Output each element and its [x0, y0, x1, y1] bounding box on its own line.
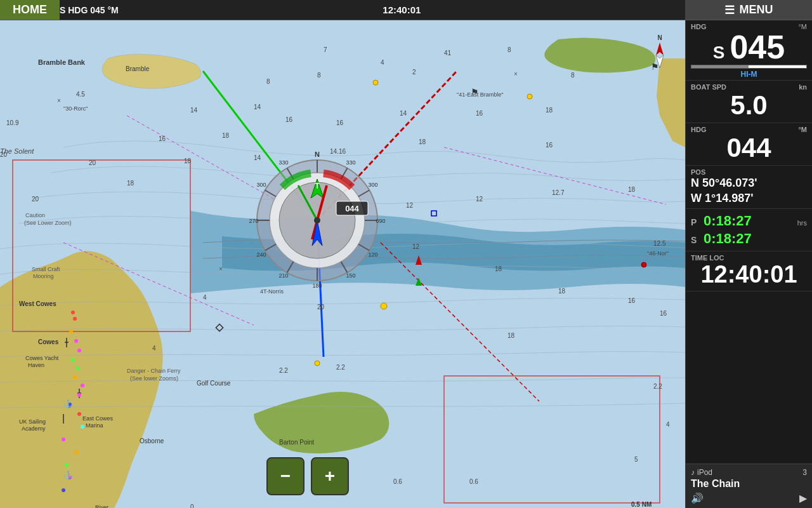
svg-text:Caution: Caution: [25, 212, 45, 218]
svg-text:10.9: 10.9: [6, 119, 19, 126]
svg-text:20: 20: [317, 304, 325, 311]
svg-text:8: 8: [508, 46, 511, 53]
svg-point-156: [62, 438, 65, 441]
home-button[interactable]: HOME: [0, 0, 60, 20]
topbar-time: 12:40:01: [119, 4, 685, 15]
svg-point-160: [62, 488, 65, 492]
boat-spd-section: BOAT SPD kn 5.0: [686, 81, 812, 123]
svg-text:Small Craft: Small Craft: [32, 266, 60, 272]
time-value: 12:40:01: [691, 262, 807, 288]
hdg-indicator: S 045: [691, 30, 807, 64]
map-area[interactable]: N 330 300 090 120 150 180 210 240 270 30…: [0, 20, 685, 508]
svg-text:14.16: 14.16: [330, 148, 346, 155]
ipod-label: ♪ iPod: [691, 468, 712, 477]
svg-point-144: [73, 317, 77, 321]
pos-section: POS N 50°46.073' W 1°14.987': [686, 166, 812, 209]
svg-text:14: 14: [400, 110, 407, 117]
svg-text:8: 8: [317, 72, 321, 79]
hdg-section: HDG °M S 045 HI-M: [686, 20, 812, 81]
svg-text:Bramble Bank: Bramble Bank: [38, 58, 86, 66]
svg-text:330: 330: [278, 159, 288, 166]
svg-text:The Solent: The Solent: [0, 147, 34, 155]
svg-text:16: 16: [336, 119, 344, 126]
svg-point-154: [77, 412, 81, 416]
svg-text:0.6: 0.6: [393, 478, 402, 485]
svg-point-126: [373, 80, 378, 85]
svg-text:Barton Point: Barton Point: [279, 439, 314, 446]
svg-point-127: [527, 94, 532, 99]
svg-text:270: 270: [249, 218, 258, 224]
volume-icon[interactable]: 🔊: [691, 492, 704, 504]
svg-text:18: 18: [546, 107, 553, 114]
svg-text:18: 18: [508, 332, 515, 339]
svg-text:2.2: 2.2: [336, 364, 345, 371]
svg-text:"46-Nor": "46-Nor": [647, 250, 669, 257]
svg-text:4: 4: [203, 294, 207, 301]
svg-point-148: [71, 358, 75, 362]
svg-text:"30-Rorc": "30-Rorc": [63, 105, 88, 112]
svg-text:Danger - Chain Ferry: Danger - Chain Ferry: [127, 368, 181, 374]
svg-text:12: 12: [412, 243, 420, 250]
topbar-hdg: S HDG 045 °M: [60, 5, 119, 15]
boat-spd-unit: kn: [799, 83, 807, 91]
svg-point-151: [81, 384, 84, 387]
pos-label: POS: [691, 168, 807, 176]
svg-point-145: [69, 330, 73, 333]
pos-lon: W 1°14.987': [691, 191, 807, 206]
svg-point-150: [73, 375, 77, 379]
menu-button[interactable]: ☰ MENU: [685, 0, 812, 20]
svg-point-146: [74, 339, 78, 343]
svg-text:180: 180: [312, 283, 322, 289]
svg-text:×: ×: [514, 70, 518, 77]
svg-text:(See Lower Zoom): (See Lower Zoom): [24, 220, 72, 226]
svg-text:14: 14: [254, 104, 261, 110]
svg-text:Academy: Academy: [22, 425, 46, 432]
svg-text:8: 8: [266, 78, 270, 85]
svg-text:River: River: [95, 504, 108, 508]
svg-text:7: 7: [324, 46, 327, 53]
ipod-top: ♪ iPod 3: [691, 468, 807, 477]
svg-text:4: 4: [666, 421, 670, 428]
svg-point-128: [381, 303, 387, 309]
svg-text:41: 41: [444, 50, 452, 57]
svg-point-143: [71, 311, 75, 314]
svg-text:12.5: 12.5: [653, 240, 666, 247]
svg-text:⚓: ⚓: [63, 399, 73, 408]
boat-spd-label: BOAT SPD: [691, 83, 726, 91]
hi-m-label: HI-M: [691, 70, 807, 79]
svg-text:16: 16: [546, 142, 553, 149]
svg-text:044: 044: [345, 204, 359, 213]
svg-text:12: 12: [476, 196, 483, 203]
hdg2-section: HDG °M 044: [686, 123, 812, 166]
svg-text:⚑: ⚑: [471, 87, 479, 97]
hdg2-unit: °M: [798, 126, 807, 133]
svg-point-130: [641, 262, 646, 267]
p-unit: hrs: [797, 219, 807, 227]
svg-text:N: N: [315, 150, 320, 158]
svg-text:Cowes Yacht: Cowes Yacht: [25, 355, 59, 361]
next-track-button[interactable]: ▶: [799, 492, 807, 504]
svg-point-157: [74, 450, 78, 454]
svg-text:5: 5: [634, 456, 638, 463]
zoom-out-button[interactable]: −: [266, 457, 304, 495]
svg-point-129: [315, 361, 320, 366]
ipod-section[interactable]: ♪ iPod 3 The Chain 🔊 ▶: [686, 464, 812, 508]
svg-text:×: ×: [57, 97, 61, 104]
time-loc-section: TIME LOC 12:40:01: [686, 251, 812, 291]
s-row: S 0:18:27: [691, 231, 807, 247]
svg-text:Marina: Marina: [86, 422, 103, 429]
svg-text:16: 16: [628, 297, 636, 304]
hdg-direction: S: [713, 43, 725, 63]
svg-text:×: ×: [219, 265, 223, 272]
svg-text:18: 18: [628, 186, 636, 193]
zoom-in-button[interactable]: +: [311, 457, 349, 495]
svg-text:2.2: 2.2: [279, 367, 288, 374]
svg-text:Mooring: Mooring: [33, 273, 54, 279]
svg-text:18: 18: [419, 138, 426, 145]
svg-text:0: 0: [190, 504, 194, 508]
svg-text:2: 2: [412, 69, 416, 76]
right-panel: HDG °M S 045 HI-M BOAT SPD kn 5.0: [685, 20, 812, 508]
svg-text:20: 20: [89, 159, 96, 166]
svg-text:18: 18: [184, 157, 192, 164]
s-value: 0:18:27: [704, 231, 752, 247]
